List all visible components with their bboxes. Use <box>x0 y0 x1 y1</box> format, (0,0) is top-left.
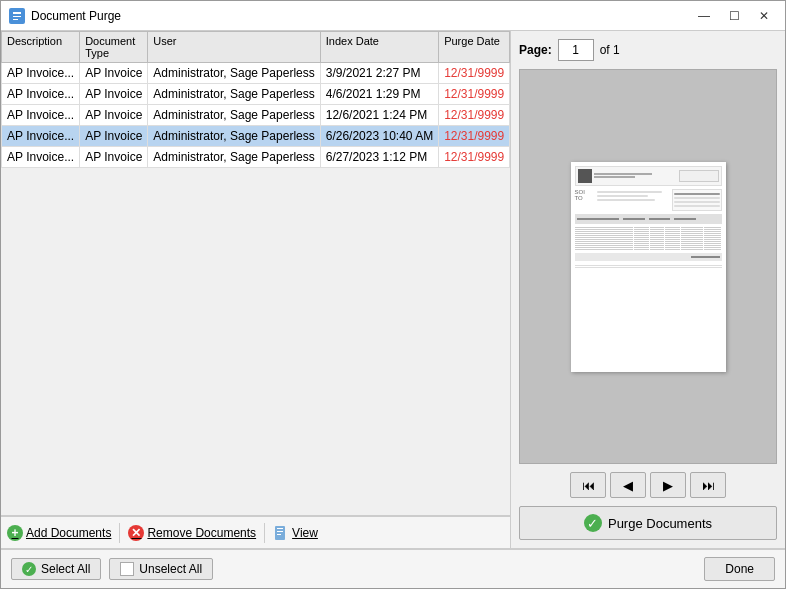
next-page-button[interactable]: ▶ <box>650 472 686 498</box>
cell-user: Administrator, Sage Paperless <box>148 105 320 126</box>
unselect-all-label: Unselect All <box>139 562 202 576</box>
right-panel: Page: of 1 SOI <box>511 31 785 548</box>
col-document-type: DocumentType <box>80 32 148 63</box>
nav-buttons-row: ⏮ ◀ ▶ ⏭ <box>519 472 777 498</box>
cell-index-date: 3/9/2021 2:27 PM <box>320 63 438 84</box>
titlebar: Document Purge — ☐ ✕ <box>1 1 785 31</box>
cell-purge-date: 12/31/9999 <box>439 147 510 168</box>
document-table-area: Description DocumentType User Index Date… <box>1 31 510 516</box>
document-preview: SOITO <box>519 69 777 464</box>
svg-rect-3 <box>13 19 18 20</box>
bottom-left-controls: ✓ Select All Unselect All <box>11 558 704 580</box>
left-toolbar: + Add Documents ✕ Remove Documents <box>1 516 510 548</box>
table-row[interactable]: AP Invoice... AP Invoice Administrator, … <box>2 126 510 147</box>
cell-description: AP Invoice... <box>2 126 80 147</box>
table-row[interactable]: AP Invoice... AP Invoice Administrator, … <box>2 63 510 84</box>
purge-button-area: ✓ Purge Documents <box>519 506 777 540</box>
page-of-label: of 1 <box>600 43 620 57</box>
add-documents-label: Add Documents <box>26 526 111 540</box>
cell-user: Administrator, Sage Paperless <box>148 63 320 84</box>
unselect-all-button[interactable]: Unselect All <box>109 558 213 580</box>
cell-user: Administrator, Sage Paperless <box>148 147 320 168</box>
view-label: View <box>292 526 318 540</box>
purge-documents-label: Purge Documents <box>608 516 712 531</box>
cell-purge-date: 12/31/9999 <box>439 105 510 126</box>
col-purge-date: Purge Date <box>439 32 510 63</box>
svg-rect-6 <box>277 531 283 532</box>
main-window: Document Purge — ☐ ✕ Description Documen… <box>0 0 786 589</box>
prev-page-button[interactable]: ◀ <box>610 472 646 498</box>
cell-document-type: AP Invoice <box>80 126 148 147</box>
table-row[interactable]: AP Invoice... AP Invoice Administrator, … <box>2 105 510 126</box>
cell-index-date: 6/27/2023 1:12 PM <box>320 147 438 168</box>
cell-document-type: AP Invoice <box>80 84 148 105</box>
cell-document-type: AP Invoice <box>80 105 148 126</box>
svg-rect-1 <box>13 12 21 14</box>
view-button[interactable]: View <box>273 525 318 541</box>
first-page-button[interactable]: ⏮ <box>570 472 606 498</box>
select-all-button[interactable]: ✓ Select All <box>11 558 101 580</box>
cell-description: AP Invoice... <box>2 63 80 84</box>
add-icon: + <box>7 525 23 541</box>
select-all-label: Select All <box>41 562 90 576</box>
maximize-button[interactable]: ☐ <box>721 6 747 26</box>
page-input[interactable] <box>558 39 594 61</box>
cell-index-date: 4/6/2021 1:29 PM <box>320 84 438 105</box>
col-description: Description <box>2 32 80 63</box>
remove-documents-button[interactable]: ✕ Remove Documents <box>128 525 256 541</box>
cell-index-date: 6/26/2023 10:40 AM <box>320 126 438 147</box>
document-table: Description DocumentType User Index Date… <box>1 31 510 168</box>
col-user: User <box>148 32 320 63</box>
window-controls: — ☐ ✕ <box>691 6 777 26</box>
purge-documents-button[interactable]: ✓ Purge Documents <box>519 506 777 540</box>
col-index-date: Index Date <box>320 32 438 63</box>
remove-documents-label: Remove Documents <box>147 526 256 540</box>
table-header-row: Description DocumentType User Index Date… <box>2 32 510 63</box>
cell-document-type: AP Invoice <box>80 147 148 168</box>
done-button[interactable]: Done <box>704 557 775 581</box>
toolbar-separator-1 <box>119 523 120 543</box>
left-panel: Description DocumentType User Index Date… <box>1 31 511 548</box>
page-navigation: Page: of 1 <box>519 39 777 61</box>
select-all-icon: ✓ <box>22 562 36 576</box>
add-documents-button[interactable]: + Add Documents <box>7 525 111 541</box>
table-row[interactable]: AP Invoice... AP Invoice Administrator, … <box>2 84 510 105</box>
purge-check-icon: ✓ <box>584 514 602 532</box>
content-area: Description DocumentType User Index Date… <box>1 31 785 548</box>
cell-user: Administrator, Sage Paperless <box>148 84 320 105</box>
table-row[interactable]: AP Invoice... AP Invoice Administrator, … <box>2 147 510 168</box>
remove-icon: ✕ <box>128 525 144 541</box>
doc-logo <box>578 169 592 183</box>
cell-description: AP Invoice... <box>2 84 80 105</box>
cell-document-type: AP Invoice <box>80 63 148 84</box>
unselect-all-icon <box>120 562 134 576</box>
view-icon <box>273 525 289 541</box>
cell-user: Administrator, Sage Paperless <box>148 126 320 147</box>
minimize-button[interactable]: — <box>691 6 717 26</box>
svg-rect-5 <box>277 528 283 529</box>
page-label: Page: <box>519 43 552 57</box>
close-button[interactable]: ✕ <box>751 6 777 26</box>
cell-description: AP Invoice... <box>2 147 80 168</box>
bottom-bar: ✓ Select All Unselect All Done <box>1 548 785 588</box>
preview-document: SOITO <box>571 162 726 372</box>
cell-purge-date: 12/31/9999 <box>439 126 510 147</box>
last-page-button[interactable]: ⏭ <box>690 472 726 498</box>
cell-purge-date: 12/31/9999 <box>439 84 510 105</box>
window-title: Document Purge <box>31 9 691 23</box>
toolbar-separator-2 <box>264 523 265 543</box>
svg-rect-7 <box>277 534 281 535</box>
app-icon <box>9 8 25 24</box>
cell-index-date: 12/6/2021 1:24 PM <box>320 105 438 126</box>
cell-description: AP Invoice... <box>2 105 80 126</box>
cell-purge-date: 12/31/9999 <box>439 63 510 84</box>
svg-rect-2 <box>13 16 21 17</box>
done-label: Done <box>725 562 754 576</box>
